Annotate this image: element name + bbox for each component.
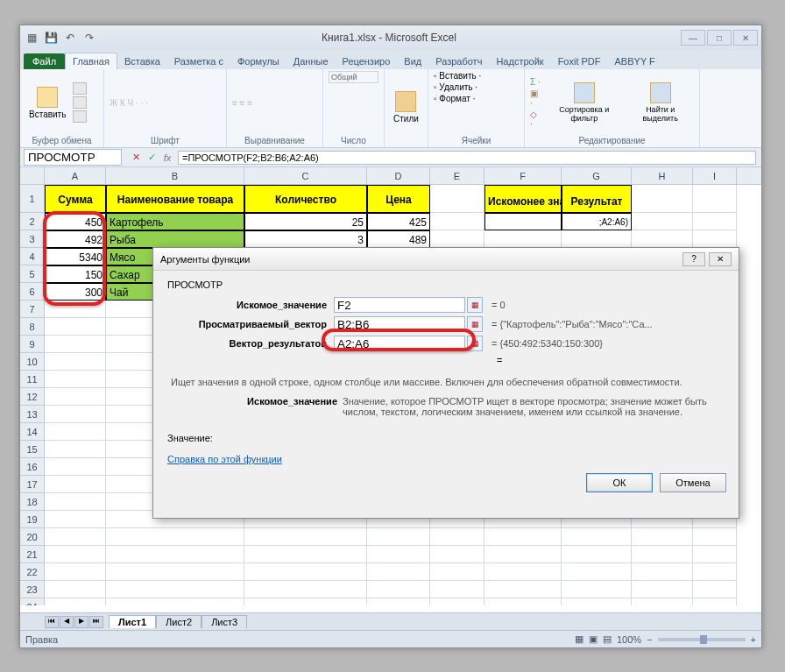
cell[interactable] (106, 581, 244, 598)
refedit-icon[interactable]: ▦ (467, 336, 483, 351)
cell[interactable] (45, 388, 106, 406)
cell[interactable]: Наименование товара (106, 185, 244, 213)
tab-addins[interactable]: Надстройк (489, 53, 550, 69)
cell[interactable] (45, 598, 106, 605)
cell[interactable] (430, 563, 484, 581)
cell[interactable]: Сумма (45, 185, 106, 213)
cell[interactable] (244, 598, 367, 605)
view-layout-icon[interactable]: ▣ (589, 633, 598, 645)
cell[interactable] (562, 581, 632, 598)
close-button[interactable]: ✕ (733, 30, 758, 46)
cell[interactable] (45, 371, 106, 388)
fx-icon[interactable]: fx (160, 151, 174, 165)
select-all-corner[interactable] (20, 167, 45, 184)
cell[interactable] (484, 528, 562, 546)
cell[interactable] (367, 563, 430, 581)
maximize-button[interactable]: □ (707, 30, 732, 46)
cell[interactable] (693, 528, 737, 546)
cell[interactable]: ;A2:A6) (562, 213, 632, 230)
row-header[interactable]: 22 (20, 563, 45, 581)
cell[interactable] (45, 301, 106, 318)
cell[interactable] (106, 528, 244, 546)
tab-home[interactable]: Главная (65, 53, 117, 69)
save-icon[interactable]: 💾 (43, 30, 59, 46)
cell[interactable] (244, 581, 367, 598)
cell[interactable]: Искомонее значение (484, 185, 562, 213)
dialog-help-icon[interactable]: ? (682, 252, 705, 266)
arg-input[interactable] (334, 316, 465, 332)
enter-formula-icon[interactable]: ✓ (145, 151, 159, 165)
cell[interactable] (632, 563, 693, 581)
col-header[interactable]: E (430, 167, 484, 184)
cell[interactable] (45, 318, 106, 336)
cells-format[interactable]: ▫ Формат · (434, 94, 519, 103)
col-header[interactable]: H (632, 167, 693, 184)
dialog-help-link[interactable]: Справка по этой функции (167, 454, 282, 464)
cell[interactable] (244, 563, 367, 581)
cell[interactable] (632, 230, 693, 248)
row-header[interactable]: 14 (20, 423, 45, 441)
cut-icon[interactable] (73, 82, 87, 95)
sheet-tab[interactable]: Лист2 (156, 615, 202, 628)
row-header[interactable]: 4 (20, 248, 45, 265)
col-header[interactable]: F (484, 167, 562, 184)
cell[interactable] (484, 230, 562, 248)
col-header[interactable]: B (106, 167, 244, 184)
sheet-tab[interactable]: Лист3 (202, 615, 247, 628)
col-header[interactable]: A (45, 167, 106, 184)
find-select-button[interactable]: Найти и выделить (626, 81, 694, 124)
row-header[interactable]: 11 (20, 371, 45, 388)
cell[interactable] (562, 546, 632, 563)
cell[interactable] (45, 423, 106, 441)
row-header[interactable]: 21 (20, 546, 45, 563)
cancel-button[interactable]: Отмена (660, 473, 726, 492)
cell[interactable] (45, 581, 106, 598)
row-header[interactable]: 23 (20, 581, 45, 598)
undo-icon[interactable]: ↶ (62, 30, 78, 46)
row-header[interactable]: 7 (20, 301, 45, 318)
cell[interactable] (484, 546, 562, 563)
cell[interactable]: 150 (45, 265, 106, 283)
row-header[interactable]: 1 (20, 185, 45, 213)
cell[interactable] (484, 581, 562, 598)
formula-bar[interactable]: =ПРОСМОТР(F2;B2:B6;A2:A6) (178, 151, 756, 165)
sheet-nav-next[interactable]: ▶ (74, 616, 88, 628)
cell[interactable] (430, 598, 484, 605)
cell[interactable] (484, 598, 562, 605)
cell[interactable] (430, 230, 484, 248)
cell[interactable] (693, 213, 737, 230)
cell[interactable] (45, 493, 106, 511)
tab-abbyy[interactable]: ABBYY F (608, 53, 662, 69)
cell[interactable] (632, 213, 693, 230)
row-header[interactable]: 17 (20, 476, 45, 493)
tab-insert[interactable]: Вставка (117, 53, 167, 69)
cell[interactable]: Результат (562, 185, 632, 213)
arg-input[interactable] (334, 336, 465, 351)
cell[interactable]: 5340 (45, 248, 106, 265)
cell[interactable]: 450 (45, 213, 106, 230)
sheet-tab[interactable]: Лист1 (109, 615, 156, 628)
col-header[interactable]: D (367, 167, 430, 184)
zoom-in[interactable]: + (751, 634, 756, 645)
tab-foxit[interactable]: Foxit PDF (551, 53, 608, 69)
cell[interactable] (367, 546, 430, 563)
cell[interactable] (693, 581, 737, 598)
copy-icon[interactable] (73, 96, 87, 109)
view-break-icon[interactable]: ▤ (603, 633, 612, 645)
row-header[interactable]: 20 (20, 528, 45, 546)
brush-icon[interactable] (73, 110, 87, 123)
tab-data[interactable]: Данные (286, 53, 336, 69)
cell[interactable] (367, 581, 430, 598)
cell[interactable] (693, 563, 737, 581)
cell[interactable]: 425 (367, 213, 430, 230)
cell[interactable] (367, 528, 430, 546)
zoom-out[interactable]: − (647, 634, 652, 645)
cell[interactable] (106, 546, 244, 563)
cell[interactable]: 3 (244, 230, 367, 248)
cell[interactable] (693, 546, 737, 563)
cell[interactable] (45, 406, 106, 423)
zoom-slider[interactable] (658, 638, 746, 641)
refedit-icon[interactable]: ▦ (467, 297, 483, 313)
cell[interactable] (45, 458, 106, 476)
cell[interactable]: 489 (367, 230, 430, 248)
